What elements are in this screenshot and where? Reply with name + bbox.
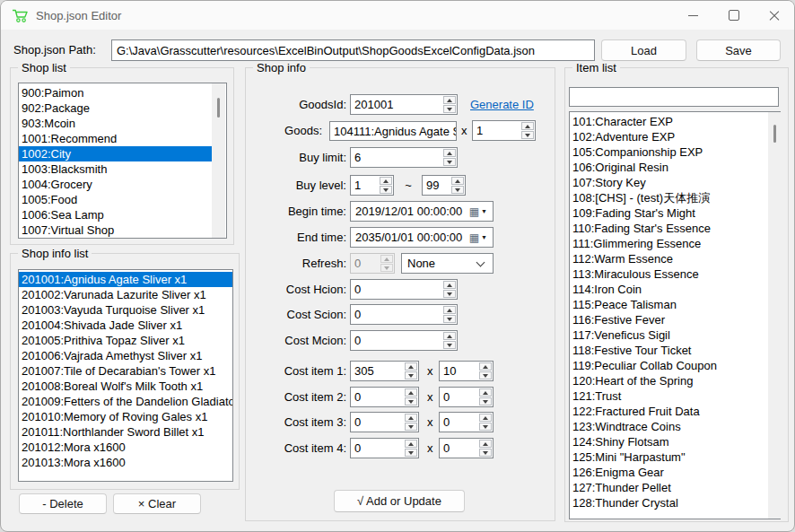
spin-down-button[interactable] [405, 423, 417, 431]
spin-down-button[interactable] [405, 371, 417, 379]
list-item[interactable]: 1001:Recommend [19, 131, 214, 146]
cost-item-1-count-spinner[interactable]: 10 [439, 361, 494, 381]
cost-hcion-spinner[interactable]: 0 [350, 279, 458, 300]
spin-up-button[interactable] [443, 332, 456, 340]
list-item[interactable]: 120:Heart of the Spring [570, 373, 767, 388]
list-item[interactable]: 201013:Mora x1600 [19, 455, 232, 470]
minimize-button[interactable] [673, 1, 713, 30]
item-list-scrollbar[interactable] [768, 112, 782, 519]
buy-limit-spinner[interactable]: 6 [350, 147, 458, 168]
goodsid-spinner[interactable]: 201001 [350, 94, 458, 115]
spin-down-button[interactable] [479, 423, 492, 431]
list-item[interactable]: 124:Shiny Flotsam [570, 434, 767, 449]
spin-up-button[interactable] [443, 281, 456, 289]
list-item[interactable]: 1002:City [19, 146, 214, 161]
spin-down-button[interactable] [380, 264, 393, 272]
cost-item-2-id-spinner[interactable]: 0 [350, 387, 419, 407]
list-item[interactable]: 1003:Blacksmith [19, 161, 214, 177]
list-item[interactable]: 106:Original Resin [570, 160, 767, 175]
list-item[interactable]: 201004:Shivada Jade Sliver x1 [19, 318, 232, 333]
close-button[interactable] [754, 1, 794, 30]
item-search-input[interactable] [569, 87, 779, 107]
spin-up-button[interactable] [380, 177, 392, 185]
spin-up-button[interactable] [443, 149, 456, 157]
scrollbar-thumb[interactable] [217, 98, 220, 118]
scrollbar-thumb[interactable] [773, 125, 776, 143]
begin-time-picker[interactable]: 2019/12/01 00:00:00 ▦ ▼ [350, 201, 494, 222]
cost-item-3-count-spinner[interactable]: 0 [439, 412, 494, 432]
spin-up-button[interactable] [451, 177, 464, 185]
list-item[interactable]: 201005:Prithiva Topaz Sliver x1 [19, 333, 232, 348]
spin-up-button[interactable] [443, 96, 456, 104]
list-item[interactable]: 1005:Food [19, 192, 214, 207]
list-item[interactable]: 903:Mcoin [19, 116, 214, 131]
spin-down-button[interactable] [443, 290, 456, 298]
goods-input[interactable]: 104111:Agnidus Agate S [329, 121, 457, 141]
spin-up-button[interactable] [405, 362, 417, 371]
list-item[interactable]: 107:Story Key [570, 175, 767, 190]
spin-up-button[interactable] [521, 122, 534, 130]
shop-listbox[interactable]: 900:Paimon902:Package903:Mcoin1001:Recom… [18, 83, 227, 239]
list-item[interactable]: 123:Windtrace Coins [570, 419, 767, 434]
list-item[interactable]: 128:Thunder Crystal [570, 495, 767, 510]
spin-up-button[interactable] [443, 306, 456, 314]
item-listbox[interactable]: 101:Character EXP102:Adventure EXP105:Co… [569, 111, 781, 519]
list-item[interactable]: 1006:Sea Lamp [19, 207, 214, 222]
path-input[interactable] [111, 39, 595, 61]
cost-scion-spinner[interactable]: 0 [350, 304, 458, 325]
list-item[interactable]: 114:Iron Coin [570, 282, 767, 297]
spin-down-button[interactable] [405, 449, 417, 457]
goods-count-spinner[interactable]: 1 [472, 120, 536, 141]
cost-item-4-id-spinner[interactable]: 0 [350, 438, 419, 458]
list-item[interactable]: 201012:Mora x1600 [19, 440, 232, 455]
spin-down-button[interactable] [405, 397, 417, 406]
cost-item-1-id-spinner[interactable]: 305 [350, 361, 419, 381]
list-item[interactable]: 201003:Vayuda Turquoise Sliver x1 [19, 302, 232, 318]
list-item[interactable]: 1004:Grocery [19, 177, 214, 192]
cost-item-3-id-spinner[interactable]: 0 [350, 412, 419, 432]
list-item[interactable]: 117:Veneficus Sigil [570, 327, 767, 343]
spin-down-button[interactable] [443, 158, 456, 166]
list-item[interactable]: 900:Paimon [19, 85, 214, 100]
list-item[interactable]: 122:Fractured Fruit Data [570, 404, 767, 419]
spin-down-button[interactable] [380, 186, 392, 194]
spin-up-button[interactable] [405, 388, 417, 397]
list-item[interactable]: 201006:Vajrada Amethyst Sliver x1 [19, 348, 232, 363]
load-button[interactable]: Load [601, 39, 686, 61]
shop-info-listbox[interactable]: 201001:Agnidus Agate Sliver x1201002:Var… [18, 269, 233, 482]
list-item[interactable]: 108:[CHS] - (test)天体推演 [570, 190, 767, 205]
spin-down-button[interactable] [443, 105, 456, 113]
spin-up-button[interactable] [479, 362, 492, 371]
list-item[interactable]: 127:Thunder Pellet [570, 480, 767, 495]
add-or-update-button[interactable]: √ Add or Update [334, 490, 465, 512]
spin-up-button[interactable] [479, 388, 492, 397]
spin-down-button[interactable] [479, 449, 492, 457]
list-item[interactable]: 201009:Fetters of the Dandelion Gladiato [19, 394, 232, 409]
list-item[interactable]: 112:Warm Essence [570, 251, 767, 266]
list-item[interactable]: 201010:Memory of Roving Gales x1 [19, 409, 232, 424]
spin-down-button[interactable] [479, 371, 492, 379]
spin-up-button[interactable] [405, 440, 417, 448]
list-item[interactable]: 110:Fading Star's Essence [570, 221, 767, 236]
list-item[interactable]: 105:Companionship EXP [570, 144, 767, 160]
maximize-button[interactable] [713, 1, 754, 30]
list-item[interactable]: 201008:Boreal Wolf's Milk Tooth x1 [19, 379, 232, 394]
spin-down-button[interactable] [443, 315, 456, 323]
spin-down-button[interactable] [451, 186, 464, 194]
generate-id-link[interactable]: Generate ID [470, 98, 534, 111]
list-item[interactable]: 115:Peace Talisman [570, 297, 767, 312]
list-item[interactable]: 119:Peculiar Collab Coupon [570, 358, 767, 373]
spin-up-button[interactable] [405, 414, 417, 422]
delete-button[interactable]: - Delete [19, 493, 107, 514]
list-item[interactable]: 102:Adventure EXP [570, 129, 767, 144]
list-item[interactable]: 111:Glimmering Essence [570, 236, 767, 251]
spin-down-button[interactable] [479, 397, 492, 406]
cost-item-2-count-spinner[interactable]: 0 [439, 387, 494, 407]
clear-button[interactable]: × Clear [113, 493, 201, 514]
spin-up-button[interactable] [479, 440, 492, 448]
list-item[interactable]: 121:Trust [570, 388, 767, 404]
list-item[interactable]: 109:Fading Star's Might [570, 205, 767, 221]
buy-level-max-spinner[interactable]: 99 [422, 175, 466, 196]
save-button[interactable]: Save [696, 39, 781, 61]
list-item[interactable]: 201002:Varunada Lazurite Sliver x1 [19, 287, 232, 302]
